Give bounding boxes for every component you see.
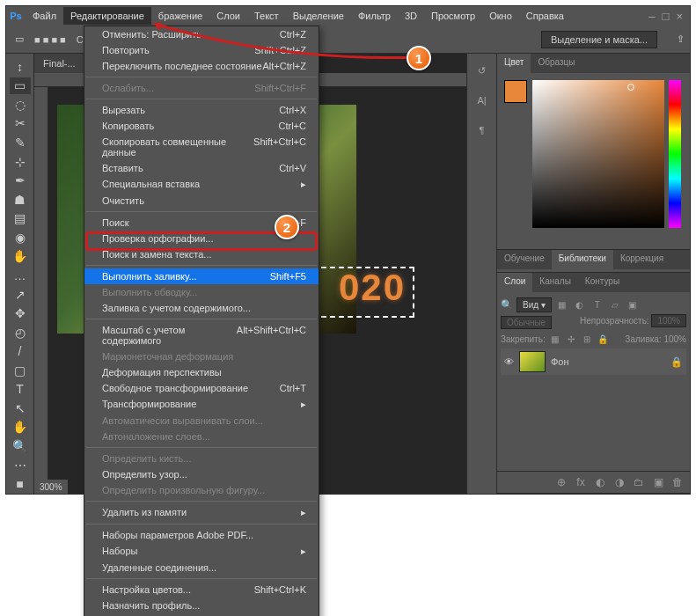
tool-12[interactable]: ↗ xyxy=(10,286,31,304)
lock-all-icon[interactable]: 🔒 xyxy=(597,333,609,345)
filter-type-icon[interactable]: T xyxy=(590,298,604,312)
menu-item[interactable]: Свободное трансформированиеCtrl+T xyxy=(84,380,319,396)
menu-item[interactable]: Назначить профиль... xyxy=(84,598,319,613)
menu-item[interactable]: Трансформирование▸ xyxy=(84,396,319,413)
menu-фильтр[interactable]: Фильтр xyxy=(351,7,398,25)
filter-type-select[interactable]: Вид ▾ xyxy=(517,297,552,312)
share-icon[interactable]: ⇪ xyxy=(677,33,685,45)
tab-Контуры[interactable]: Контуры xyxy=(578,273,626,292)
menu-item[interactable]: Скопировать совмещенные данныеShift+Ctrl… xyxy=(84,134,319,160)
menu-item[interactable]: КопироватьCtrl+C xyxy=(84,118,319,134)
tool-18[interactable]: ↖ xyxy=(10,400,31,417)
tool-11[interactable]: … xyxy=(10,267,31,284)
menu-item[interactable]: Поиск и замена текста... xyxy=(84,246,319,262)
tool-20[interactable]: 🔍 xyxy=(10,437,31,455)
tool-16[interactable]: ▢ xyxy=(10,362,31,379)
blend-mode-select[interactable]: Обычные xyxy=(501,316,552,329)
menu-item[interactable]: Выполнить заливку...Shift+F5 xyxy=(84,268,319,284)
history-icon[interactable]: ↺ xyxy=(473,61,492,80)
tab-Образцы[interactable]: Образцы xyxy=(531,54,582,73)
layer-thumbnail[interactable] xyxy=(519,351,546,372)
tool-9[interactable]: ◉ xyxy=(10,229,31,246)
adjustment-layer-icon[interactable]: ◑ xyxy=(612,475,626,489)
filter-smart-icon[interactable]: ▣ xyxy=(626,298,640,312)
menu-файл[interactable]: Файл xyxy=(26,7,63,25)
menu-item[interactable]: Заливка с учетом содержимого... xyxy=(84,300,319,316)
tab-Коррекция[interactable]: Коррекция xyxy=(613,250,670,269)
menu-item[interactable]: Отменить: РасширитьCtrl+Z xyxy=(84,26,319,42)
tab-Слои[interactable]: Слои xyxy=(497,273,532,292)
paragraph-icon[interactable]: ¶ xyxy=(473,121,492,140)
tab-Библиотеки[interactable]: Библиотеки xyxy=(552,250,613,269)
link-layers-icon[interactable]: ⊕ xyxy=(554,475,568,489)
menu-item[interactable]: Наборы▸ xyxy=(84,543,319,560)
minimize-icon[interactable]: – xyxy=(648,10,655,23)
menu-item[interactable]: Определить узор... xyxy=(84,466,319,482)
foreground-swatch[interactable] xyxy=(504,80,527,103)
lock-position-icon[interactable]: ✢ xyxy=(565,333,577,345)
fill-field[interactable]: 100% xyxy=(663,334,686,344)
tool-2[interactable]: ◌ xyxy=(10,96,31,114)
menu-справка[interactable]: Справка xyxy=(519,7,571,25)
menu-item[interactable]: Настройка цветов...Shift+Ctrl+K xyxy=(84,582,319,598)
hue-slider[interactable] xyxy=(669,80,681,228)
select-and-mask-button[interactable]: Выделение и маска... xyxy=(541,31,657,48)
menu-item[interactable]: ВырезатьCtrl+X xyxy=(84,102,319,118)
opacity-field[interactable]: 100% xyxy=(651,314,686,327)
tool-3[interactable]: ✂ xyxy=(10,115,31,133)
new-layer-icon[interactable]: ▣ xyxy=(651,475,665,489)
lock-pixels-icon[interactable]: ▦ xyxy=(549,333,561,345)
menu-item[interactable]: Удалить из памяти▸ xyxy=(84,504,319,521)
tool-22[interactable]: ■ xyxy=(10,475,31,493)
visibility-icon[interactable]: 👁 xyxy=(504,356,514,367)
tool-6[interactable]: ✒ xyxy=(10,172,31,189)
layer-fx-icon[interactable]: fx xyxy=(574,475,588,489)
tool-14[interactable]: ◴ xyxy=(10,324,31,341)
filter-pixel-icon[interactable]: ▦ xyxy=(555,298,569,312)
menu-текст[interactable]: Текст xyxy=(247,7,286,25)
tab-Цвет[interactable]: Цвет xyxy=(497,54,531,73)
menu-item[interactable]: ВставитьCtrl+V xyxy=(84,160,319,176)
menu-выделение[interactable]: Выделение xyxy=(286,7,351,25)
filter-adjust-icon[interactable]: ◐ xyxy=(573,298,587,312)
maximize-icon[interactable]: □ xyxy=(663,10,670,23)
lock-artboard-icon[interactable]: ⊞ xyxy=(581,333,593,345)
tool-0[interactable]: ↕ xyxy=(10,58,31,76)
tool-8[interactable]: ▤ xyxy=(10,210,31,228)
tool-21[interactable]: ⋯ xyxy=(10,457,31,474)
tool-15[interactable]: / xyxy=(10,342,31,360)
tab-Обучение[interactable]: Обучение xyxy=(497,250,552,269)
character-icon[interactable]: A| xyxy=(473,91,492,110)
menu-бражение[interactable]: бражение xyxy=(151,7,209,25)
close-icon[interactable]: × xyxy=(676,10,683,23)
tool-17[interactable]: T xyxy=(10,381,31,399)
filter-shape-icon[interactable]: ▱ xyxy=(608,298,622,312)
tool-7[interactable]: ☗ xyxy=(10,191,31,209)
tool-19[interactable]: ✋ xyxy=(10,419,31,436)
menu-item[interactable]: Масштаб с учетом содержимогоAlt+Shift+Ct… xyxy=(84,322,319,348)
layer-group-icon[interactable]: 🗀 xyxy=(632,475,646,489)
menu-редактирование[interactable]: Редактирование xyxy=(63,7,151,25)
color-field[interactable] xyxy=(532,80,664,228)
marquee-icon[interactable]: ▭ xyxy=(15,33,24,45)
tool-1[interactable]: ▭ xyxy=(10,77,31,95)
menu-item[interactable]: Специальная вставка▸ xyxy=(84,176,319,193)
menu-item[interactable]: ПовторитьShift+Ctrl+Z xyxy=(84,42,319,58)
tab-Каналы[interactable]: Каналы xyxy=(532,273,578,292)
menu-item[interactable]: Наборы параметров Adobe PDF... xyxy=(84,527,319,543)
tool-10[interactable]: ✋ xyxy=(10,248,31,266)
menu-слои[interactable]: Слои xyxy=(209,7,247,25)
menu-item[interactable]: Удаленные соединения... xyxy=(84,560,319,576)
menu-просмотр[interactable]: Просмотр xyxy=(424,7,482,25)
tool-5[interactable]: ⊹ xyxy=(10,153,31,171)
layer-mask-icon[interactable]: ◐ xyxy=(593,475,607,489)
tool-4[interactable]: ✎ xyxy=(10,134,31,151)
menu-item[interactable]: Деформация перспективы xyxy=(84,364,319,380)
delete-layer-icon[interactable]: 🗑 xyxy=(670,475,685,489)
menu-item[interactable]: Переключить последнее состояниеAlt+Ctrl+… xyxy=(84,58,319,74)
menu-3d[interactable]: 3D xyxy=(398,7,424,25)
menu-окно[interactable]: Окно xyxy=(482,7,519,25)
tool-13[interactable]: ✥ xyxy=(10,304,31,322)
menu-item[interactable]: Очистить xyxy=(84,193,319,209)
layer-row[interactable]: 👁 Фон 🔒 xyxy=(501,348,686,375)
